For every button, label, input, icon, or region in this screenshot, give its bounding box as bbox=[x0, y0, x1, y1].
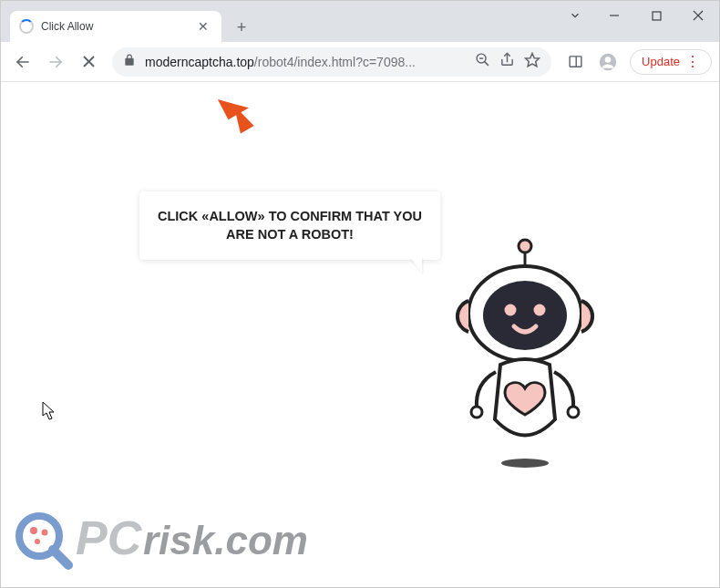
maximize-button[interactable] bbox=[635, 1, 677, 30]
new-tab-button[interactable]: + bbox=[229, 15, 254, 40]
url-domain: moderncaptcha.top bbox=[145, 55, 254, 69]
svg-rect-1 bbox=[653, 12, 661, 20]
svg-point-31 bbox=[35, 539, 40, 544]
url-path: /robot4/index.html?c=7098... bbox=[254, 55, 416, 69]
url-text: moderncaptcha.top/robot4/index.html?c=70… bbox=[145, 55, 466, 69]
tab-search-button[interactable] bbox=[557, 1, 593, 30]
svg-point-21 bbox=[483, 281, 567, 350]
svg-point-25 bbox=[568, 407, 579, 418]
close-tab-icon[interactable]: ✕ bbox=[194, 19, 212, 34]
svg-line-28 bbox=[53, 550, 68, 565]
svg-point-22 bbox=[505, 304, 517, 316]
tab-title: Click Allow bbox=[41, 20, 194, 33]
zoom-icon[interactable] bbox=[475, 52, 490, 71]
lock-icon bbox=[123, 54, 136, 70]
address-bar[interactable]: moderncaptcha.top/robot4/index.html?c=70… bbox=[112, 47, 551, 77]
minimize-button[interactable] bbox=[593, 1, 635, 30]
annotation-arrow-icon bbox=[213, 88, 259, 142]
svg-point-30 bbox=[42, 530, 48, 536]
back-button[interactable] bbox=[8, 47, 37, 77]
svg-marker-17 bbox=[217, 88, 258, 136]
share-icon[interactable] bbox=[499, 52, 515, 71]
window-titlebar: Click Allow ✕ + bbox=[1, 1, 719, 42]
update-label: Update bbox=[642, 55, 680, 68]
robot-illustration bbox=[438, 237, 612, 478]
stop-button[interactable] bbox=[74, 47, 103, 77]
profile-button[interactable] bbox=[593, 47, 622, 77]
svg-point-16 bbox=[605, 57, 612, 63]
browser-tab[interactable]: Click Allow ✕ bbox=[10, 11, 221, 42]
speech-text: CLICK «ALLOW» TO CONFIRM THAT YOU ARE NO… bbox=[158, 209, 422, 242]
watermark-prefix: PC bbox=[76, 511, 143, 564]
svg-point-23 bbox=[534, 304, 546, 316]
watermark-logo: PC risk.com bbox=[10, 501, 338, 576]
side-panel-button[interactable] bbox=[561, 47, 590, 77]
bookmark-star-icon[interactable] bbox=[524, 52, 540, 72]
forward-button[interactable] bbox=[41, 47, 70, 77]
loading-spinner-icon bbox=[19, 19, 34, 34]
svg-point-19 bbox=[519, 240, 531, 253]
svg-point-29 bbox=[30, 527, 37, 534]
speech-bubble: CLICK «ALLOW» TO CONFIRM THAT YOU ARE NO… bbox=[139, 191, 440, 260]
svg-text:PC: PC bbox=[76, 511, 143, 564]
page-content: CLICK «ALLOW» TO CONFIRM THAT YOU ARE NO… bbox=[1, 82, 719, 587]
svg-marker-12 bbox=[526, 53, 540, 66]
mouse-cursor-icon bbox=[42, 401, 57, 425]
close-window-button[interactable] bbox=[677, 1, 719, 30]
watermark-suffix: risk.com bbox=[143, 518, 308, 562]
tab-strip: Click Allow ✕ + bbox=[1, 1, 254, 42]
update-button[interactable]: Update ⋮ bbox=[630, 49, 712, 75]
svg-line-9 bbox=[485, 62, 489, 66]
svg-text:risk.com: risk.com bbox=[143, 518, 308, 562]
svg-point-26 bbox=[501, 459, 549, 468]
menu-dots-icon: ⋮ bbox=[685, 55, 700, 69]
svg-point-24 bbox=[471, 407, 482, 418]
window-controls bbox=[557, 1, 719, 30]
browser-toolbar: moderncaptcha.top/robot4/index.html?c=70… bbox=[1, 42, 719, 82]
